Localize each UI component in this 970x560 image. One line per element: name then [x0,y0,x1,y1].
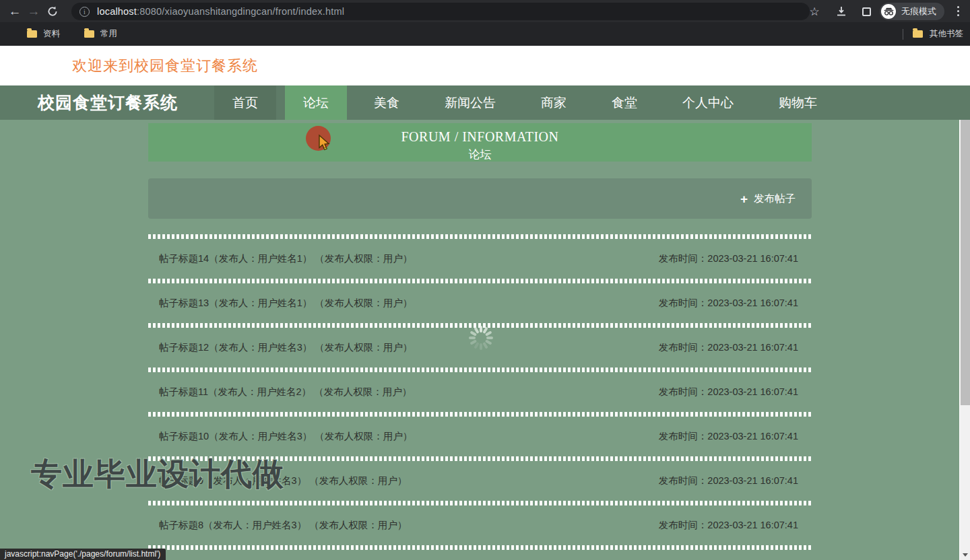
plus-icon: + [740,193,748,205]
incognito-label: 无痕模式 [901,5,936,18]
url-host: localhost [97,6,137,17]
post-time: 发布时间：2023-03-21 16:07:41 [659,386,798,398]
post-row: 帖子标题13（发布人：用户姓名1） （发布人权限：用户） 发布时间：2023-0… [148,283,812,323]
nav-item-merchant[interactable]: 商家 [523,85,585,120]
dashed-divider [148,501,812,505]
forward-icon[interactable]: → [24,2,43,21]
dashed-divider [148,412,812,417]
status-bar-link-preview: javascript:navPage('./pages/forum/list.h… [0,549,166,560]
loading-spinner-icon [468,325,494,353]
toolbar-right-icons: ☆ 无痕模式 [805,0,970,22]
incognito-icon [881,4,896,19]
watermark-text: 专业毕业设计代做 [31,454,284,495]
post-time: 发布时间：2023-03-21 16:07:41 [659,519,798,532]
nav-menu: 首页 论坛 美食 新闻公告 商家 食堂 个人中心 购物车 [214,85,835,120]
bookmark-star-icon[interactable]: ☆ [805,2,824,21]
main-navbar: 校园食堂订餐系统 首页 论坛 美食 新闻公告 商家 食堂 个人中心 购物车 [0,85,970,120]
nav-item-cart[interactable]: 购物车 [761,85,835,120]
folder-icon [913,30,923,38]
post-title[interactable]: 帖子标题12（发布人：用户姓名3） （发布人权限：用户） [159,341,412,354]
publish-toolbar: + 发布帖子 [148,178,812,219]
post-row: 帖子标题14（发布人：用户姓名1） （发布人权限：用户） 发布时间：2023-0… [148,239,812,279]
post-time: 发布时间：2023-03-21 16:07:41 [659,430,798,443]
url-path: :8080/xiaoyuanshitangdingcan/front/index… [137,6,344,17]
site-title: 校园食堂订餐系统 [38,85,178,120]
publish-post-label: 发布帖子 [754,192,796,206]
site-header: 欢迎来到校园食堂订餐系统 [0,46,970,85]
back-icon[interactable]: ← [5,2,24,21]
address-bar[interactable]: i localhost:8080/xiaoyuanshitangdingcan/… [71,3,810,20]
cursor-icon [316,134,332,155]
folder-icon [27,30,37,38]
reload-icon[interactable] [43,2,62,21]
welcome-text: 欢迎来到校园食堂订餐系统 [72,56,258,76]
browser-window: ← → i localhost:8080/xiaoyuanshitangding… [0,0,970,560]
dashed-divider [148,368,812,372]
browser-menu-icon[interactable] [948,6,967,16]
post-title[interactable]: 帖子标题14（发布人：用户姓名1） （发布人权限：用户） [159,252,412,265]
post-row: 帖子标题8（发布人：用户姓名3） （发布人权限：用户） 发布时间：2023-03… [148,505,812,545]
banner-title-en: FORUM / INFORMATION [148,129,812,145]
bookmark-label: 资料 [43,28,60,40]
other-bookmarks-label: 其他书签 [930,28,963,40]
bookmark-label: 常用 [100,28,117,40]
post-title[interactable]: 帖子标题13（发布人：用户姓名1） （发布人权限：用户） [159,297,412,310]
scrollbar[interactable] [959,120,970,560]
nav-item-forum[interactable]: 论坛 [285,85,347,120]
nav-item-profile[interactable]: 个人中心 [664,85,752,120]
post-time: 发布时间：2023-03-21 16:07:41 [659,297,798,310]
incognito-badge[interactable]: 无痕模式 [880,3,944,20]
other-bookmarks[interactable]: 其他书签 [903,28,963,40]
post-row: 帖子标题10（发布人：用户姓名3） （发布人权限：用户） 发布时间：2023-0… [148,417,812,456]
scrollbar-down-icon[interactable] [960,550,970,560]
bookmark-folder-ziliao[interactable]: 资料 [27,28,60,40]
post-time: 发布时间：2023-03-21 16:07:41 [659,475,798,487]
nav-item-food[interactable]: 美食 [356,85,418,120]
dashed-divider [148,545,812,550]
post-title[interactable]: 帖子标题8（发布人：用户姓名3） （发布人权限：用户） [159,519,407,532]
post-row: 帖子标题11（发布人：用户姓名2） （发布人权限：用户） 发布时间：2023-0… [148,372,812,412]
download-icon[interactable] [832,2,851,21]
nav-item-home[interactable]: 首页 [214,85,276,120]
banner-title-zh: 论坛 [148,147,812,162]
post-title[interactable]: 帖子标题11（发布人：用户姓名2） （发布人权限：用户） [159,386,412,398]
dashed-divider [148,279,812,283]
page-content: FORUM / INFORMATION 论坛 + 发布帖子 帖子标题14（发布人… [0,120,970,560]
folder-icon [84,30,94,38]
bookmarks-divider [903,29,903,40]
nav-item-news[interactable]: 新闻公告 [426,85,514,120]
forum-post-list: 帖子标题14（发布人：用户姓名1） （发布人权限：用户） 发布时间：2023-0… [148,234,812,550]
scrollbar-thumb[interactable] [961,120,970,405]
post-time: 发布时间：2023-03-21 16:07:41 [659,252,798,265]
side-panel-icon[interactable] [857,2,876,21]
bookmarks-bar: 资料 常用 其他书签 [0,22,970,46]
bookmark-folder-changyong[interactable]: 常用 [84,28,117,40]
post-time: 发布时间：2023-03-21 16:07:41 [659,341,798,354]
nav-item-canteen[interactable]: 食堂 [593,85,655,120]
browser-toolbar: ← → i localhost:8080/xiaoyuanshitangding… [0,0,970,22]
url-text: localhost:8080/xiaoyuanshitangdingcan/fr… [97,6,344,17]
forum-banner: FORUM / INFORMATION 论坛 [148,123,812,162]
dashed-divider [148,234,812,239]
site-info-icon[interactable]: i [79,7,90,17]
post-title[interactable]: 帖子标题10（发布人：用户姓名3） （发布人权限：用户） [159,430,412,443]
publish-post-button[interactable]: + 发布帖子 [738,178,798,219]
